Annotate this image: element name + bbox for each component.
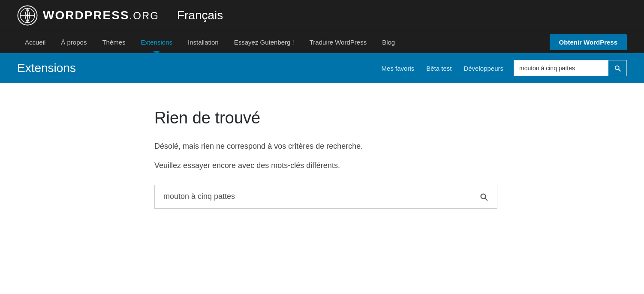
- logo-area: WordPress.org Français: [17, 5, 223, 26]
- nav-translate[interactable]: Traduire WordPress: [302, 31, 374, 54]
- main-nav: Accueil À propos Thèmes Extensions Insta…: [0, 31, 644, 53]
- nav-gutenberg[interactable]: Essayez Gutenberg !: [226, 31, 302, 54]
- nav-installation[interactable]: Installation: [180, 31, 226, 54]
- content-search-icon: [479, 192, 488, 201]
- not-found-paragraph1: Désolé, mais rien ne correspond à vos cr…: [154, 140, 497, 153]
- nav-blog[interactable]: Blog: [374, 31, 403, 54]
- get-wordpress-button[interactable]: Obtenir WordPress: [550, 34, 627, 50]
- site-brand: WordPress.org: [43, 9, 159, 22]
- extensions-nav-links: Mes favoris Bêta test Développeurs: [382, 65, 503, 72]
- header-search-bar: [514, 60, 627, 76]
- nav-links: Accueil À propos Thèmes Extensions Insta…: [17, 31, 550, 54]
- main-content: Rien de trouvé Désolé, mais rien ne corr…: [0, 83, 515, 226]
- svg-point-4: [26, 14, 29, 17]
- top-bar: WordPress.org Français: [0, 0, 644, 31]
- nav-apropos[interactable]: À propos: [53, 31, 94, 54]
- nav-accueil[interactable]: Accueil: [17, 31, 53, 54]
- search-icon: [614, 64, 621, 72]
- content-search-button[interactable]: [470, 185, 497, 208]
- header-search-input[interactable]: [514, 61, 608, 75]
- language-label: Français: [177, 9, 223, 22]
- header-search-button[interactable]: [608, 60, 626, 76]
- content-search-box: [154, 185, 497, 209]
- extensions-page-title: Extensions: [17, 61, 382, 75]
- wordpress-logo-icon: [17, 5, 38, 26]
- ext-nav-developpeurs[interactable]: Développeurs: [463, 65, 503, 72]
- nav-extensions[interactable]: Extensions: [133, 31, 180, 54]
- ext-nav-favoris[interactable]: Mes favoris: [382, 65, 415, 72]
- not-found-heading: Rien de trouvé: [154, 109, 497, 127]
- extensions-bar: Extensions Mes favoris Bêta test Dévelop…: [0, 53, 644, 83]
- ext-nav-beta[interactable]: Bêta test: [426, 65, 451, 72]
- nav-themes[interactable]: Thèmes: [94, 31, 133, 54]
- not-found-paragraph2: Veuillez essayer encore avec des mots-cl…: [154, 159, 497, 172]
- content-search-input[interactable]: [155, 185, 470, 208]
